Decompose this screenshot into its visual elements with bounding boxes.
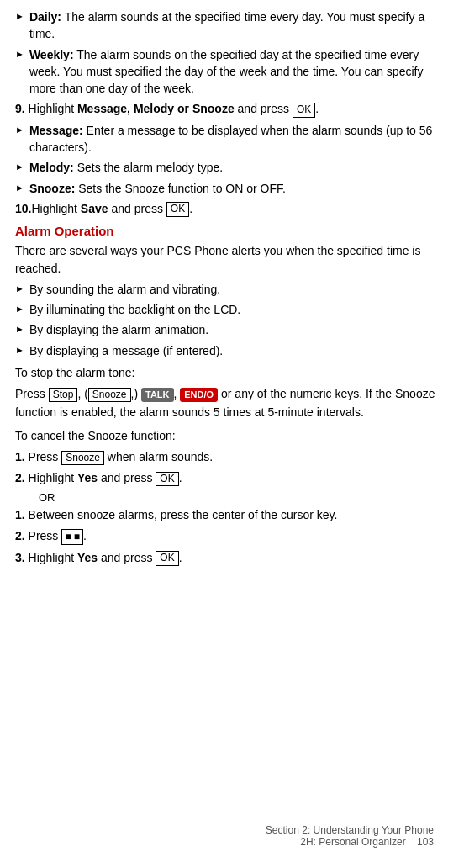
bullet-animation: ► By displaying the alarm animation. bbox=[15, 321, 449, 338]
step10-text2: and press bbox=[108, 202, 166, 215]
daily-text: The alarm sounds at the specified time e… bbox=[29, 10, 424, 40]
weekly-text: The alarm sounds on the specified day at… bbox=[29, 48, 424, 96]
bullet-animation-text: By displaying the alarm animation. bbox=[29, 321, 449, 338]
step-a1: 1. Press Snooze when alarm sounds. bbox=[15, 448, 449, 465]
stop-tone-label: To stop the alarm tone: bbox=[15, 364, 449, 381]
step-a1-text2: when alarm sounds. bbox=[104, 450, 213, 463]
stop-key: Stop bbox=[49, 388, 78, 403]
step-b3-num: 3. bbox=[15, 551, 25, 564]
melody-text: Sets the alarm melody type. bbox=[74, 161, 223, 174]
step10-period: . bbox=[189, 202, 192, 215]
bullet-message-display: ► By displaying a message (if entered). bbox=[15, 342, 449, 359]
arrow-icon: ► bbox=[15, 124, 24, 137]
end-key: END/O bbox=[180, 388, 218, 402]
bullet-melody: ► Melody: Sets the alarm melody type. bbox=[15, 159, 449, 176]
snooze-key-a: Snooze bbox=[61, 451, 104, 466]
step-a1-num: 1. bbox=[15, 450, 25, 463]
arrow-icon: ► bbox=[15, 10, 24, 24]
step9-period: . bbox=[315, 102, 319, 115]
page-footer: Section 2: Understanding Your Phone 2H: … bbox=[266, 824, 434, 848]
alarm-operation-title: Alarm Operation bbox=[15, 224, 449, 238]
step-b1: 1. Between snooze alarms, press the cent… bbox=[15, 506, 449, 523]
step-a2-yes: Yes bbox=[77, 471, 98, 484]
arrow-icon: ► bbox=[15, 303, 24, 316]
step-b2-period: . bbox=[83, 529, 87, 542]
step10-text: Highlight bbox=[31, 202, 80, 215]
step10-num: 10. bbox=[15, 202, 31, 215]
step-a2-text2: and press bbox=[98, 471, 156, 484]
step-a2-text: Highlight bbox=[29, 471, 77, 484]
step10-ok: OK bbox=[166, 202, 189, 217]
footer-page: 103 bbox=[417, 836, 434, 848]
message-text: Enter a message to be displayed when the… bbox=[29, 124, 432, 154]
step-b3-yes: Yes bbox=[77, 551, 98, 564]
step10-save: Save bbox=[81, 202, 108, 215]
step-a2-ok: OK bbox=[156, 472, 178, 487]
footer-chapter-page: 2H: Personal Organizer 103 bbox=[266, 836, 434, 848]
stop-tone-instruction: Press Stop, (Snooze,) TALK, END/O or any… bbox=[15, 385, 449, 421]
snooze-key: Snooze bbox=[88, 388, 131, 403]
step9-text2: and press bbox=[235, 102, 293, 115]
bullet-weekly: ► Weekly: The alarm sounds on the specif… bbox=[15, 46, 449, 98]
bullet-daily: ► Daily: The alarm sounds at the specifi… bbox=[15, 8, 449, 43]
bullet-message: ► Message: Enter a message to be display… bbox=[15, 122, 449, 156]
step-b3-text: Highlight bbox=[29, 551, 77, 564]
menu-key: ■ ■ bbox=[61, 529, 83, 545]
bullet-backlight-text: By illuminating the backlight on the LCD… bbox=[29, 301, 449, 318]
arrow-icon: ► bbox=[15, 161, 24, 174]
talk-key: TALK bbox=[141, 388, 174, 402]
arrow-icon: ► bbox=[15, 48, 24, 61]
step-b3-ok: OK bbox=[156, 551, 178, 566]
step-b2-text: Press bbox=[29, 529, 62, 542]
bullet-snooze-setting: ► Snooze: Sets the Snooze function to ON… bbox=[15, 180, 449, 197]
step9-text: Highlight bbox=[25, 102, 77, 115]
step-b3-period: . bbox=[179, 551, 182, 564]
step-a2-period: . bbox=[179, 471, 182, 484]
snooze-text: Sets the Snooze function to ON or OFF. bbox=[75, 182, 286, 195]
arrow-icon: ► bbox=[15, 344, 24, 357]
message-label: Message: bbox=[29, 124, 83, 137]
bullet-sounding-text: By sounding the alarm and vibrating. bbox=[29, 281, 449, 298]
bullet-backlight: ► By illuminating the backlight on the L… bbox=[15, 301, 449, 318]
melody-label: Melody: bbox=[29, 161, 74, 174]
arrow-icon: ► bbox=[15, 323, 24, 336]
step-a2-num: 2. bbox=[15, 471, 25, 484]
daily-label: Daily: bbox=[29, 10, 61, 24]
step-b3: 3. Highlight Yes and press OK. bbox=[15, 549, 449, 566]
step-b2: 2. Press ■ ■. bbox=[15, 527, 449, 545]
step9-ok: OK bbox=[293, 103, 315, 118]
alarm-intro: There are several ways your PCS Phone al… bbox=[15, 242, 449, 277]
snooze-label: Snooze: bbox=[29, 182, 75, 195]
arrow-icon: ► bbox=[15, 283, 24, 296]
step-b3-text2: and press bbox=[98, 551, 156, 564]
step-b2-num: 2. bbox=[15, 529, 25, 542]
bullet-sounding: ► By sounding the alarm and vibrating. bbox=[15, 281, 449, 298]
step9-num: 9. bbox=[15, 102, 25, 115]
footer-section: Section 2: Understanding Your Phone bbox=[266, 824, 434, 836]
weekly-label: Weekly: bbox=[29, 48, 74, 61]
arrow-icon: ► bbox=[15, 182, 24, 195]
step-b1-num: 1. bbox=[15, 508, 25, 521]
bullet-message-display-text: By displaying a message (if entered). bbox=[29, 342, 449, 359]
footer-chapter: 2H: Personal Organizer bbox=[300, 836, 405, 848]
step-b1-text: Between snooze alarms, press the center … bbox=[29, 508, 338, 521]
or-divider: OR bbox=[39, 491, 449, 504]
page-content: ► Daily: The alarm sounds at the specifi… bbox=[15, 8, 449, 858]
cancel-snooze-label: To cancel the Snooze function: bbox=[15, 427, 449, 444]
step-9: 9. Highlight Message, Melody or Snooze a… bbox=[15, 100, 449, 117]
step-a1-text: Press bbox=[29, 450, 62, 463]
step-10: 10.Highlight Save and press OK. bbox=[15, 200, 449, 217]
step9-options: Message, Melody or Snooze bbox=[77, 102, 235, 115]
step-a2: 2. Highlight Yes and press OK. bbox=[15, 469, 449, 486]
